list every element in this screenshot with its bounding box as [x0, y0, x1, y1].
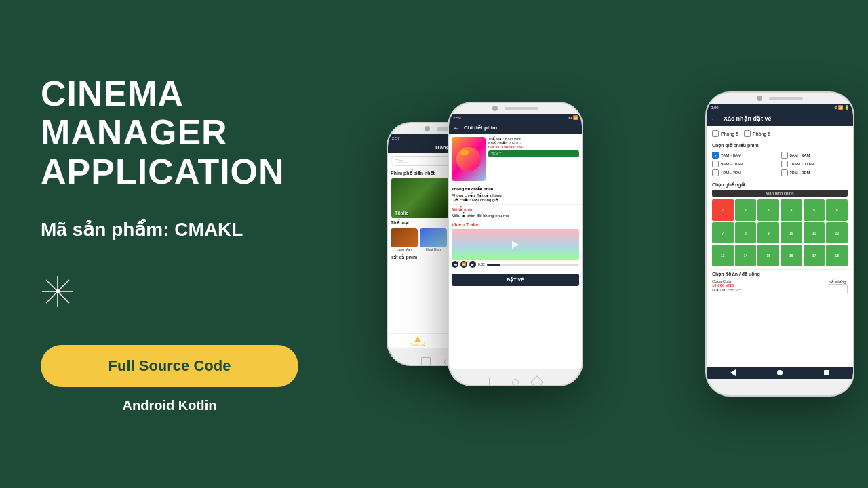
- seat-7[interactable]: 7: [712, 222, 734, 244]
- seat-6[interactable]: 6: [826, 199, 848, 221]
- room6-cb: [744, 130, 751, 137]
- left-panel: CINEMA MANAGER APPLICATION Mã sản phẩm: …: [0, 0, 393, 488]
- phone3-screen: 3:00 ⚙ 📶 🔋 ← Xác nhận đặt vé Phòng 5: [707, 104, 853, 379]
- seat-10[interactable]: 10: [781, 222, 802, 244]
- phone2-camera: [492, 106, 498, 111]
- time-10am-11am[interactable]: 10AM - 11AM: [781, 161, 848, 167]
- phone2-bottom: [449, 369, 582, 386]
- home-icon: [414, 336, 421, 342]
- seat-2[interactable]: 2: [735, 199, 757, 221]
- progress-bar: [487, 264, 579, 266]
- poster-art: [456, 147, 481, 171]
- room5-label: Phòng 5: [721, 131, 738, 136]
- nav-home[interactable]: Trang chủ: [388, 336, 448, 346]
- time-1pm-2pm[interactable]: 1PM - 2PM: [712, 169, 779, 176]
- time-9am-10am[interactable]: 9AM - 10AM: [712, 161, 779, 167]
- info-title: Thông tin chiếu phim: [452, 186, 579, 191]
- genre-item-1: Lang Man: [391, 228, 418, 251]
- svg-point-4: [56, 289, 60, 293]
- time-7am-8am[interactable]: ✓ 7AM - 8AM: [712, 152, 779, 159]
- seat-14[interactable]: 14: [735, 245, 757, 266]
- phone3-top-bar: [707, 93, 853, 104]
- book-ticket-button[interactable]: ĐẶT VÉ: [452, 274, 579, 286]
- desc-title: Mô tả phim: [452, 207, 579, 211]
- seat-11[interactable]: 11: [804, 222, 825, 244]
- detail-info: Thể loại: Hoat Hinh Khởi chiếu: 21-07-2.…: [488, 137, 579, 181]
- screening-info: Thông tin chiếu phim Phòng chiếu: Tất cả…: [449, 184, 582, 205]
- status-time-2: 2:59: [453, 116, 461, 120]
- seat-4[interactable]: 4: [781, 199, 802, 221]
- seat-5[interactable]: 5: [804, 199, 825, 221]
- rewind-btn[interactable]: ⏪: [460, 261, 467, 268]
- seat-1[interactable]: 1: [712, 199, 734, 221]
- nav-back-icon[interactable]: [730, 369, 736, 376]
- status-time-1: 2:57: [392, 136, 400, 140]
- time-grid: ✓ 7AM - 8AM 8AM - 9AM 9AM - 10AM 10AM - …: [707, 150, 853, 178]
- trailer-thumbnail: [452, 229, 579, 260]
- seat-8[interactable]: 8: [735, 222, 757, 244]
- seat-18[interactable]: 18: [826, 245, 848, 266]
- time-2pm-3pm[interactable]: 2PM - 3PM: [781, 169, 848, 176]
- food-info: Coca Cola 10 000 VND Hiện tại còn: 45: [712, 279, 741, 292]
- movie-desc-section: Mô tả phim Miêu tả phim đôi khong nhu mo: [449, 205, 582, 220]
- qty-input[interactable]: [829, 284, 848, 293]
- trailer-title: Video Trailer: [452, 222, 579, 227]
- food-stock: Hiện tại còn: 45: [712, 287, 741, 292]
- room6-checkbox[interactable]: Phòng 6: [744, 130, 770, 137]
- food-item-coca: Coca Cola 10 000 VND Hiện tại còn: 45 Số…: [712, 279, 848, 293]
- seat-9[interactable]: 9: [757, 222, 779, 244]
- seat-12[interactable]: 12: [826, 222, 848, 244]
- seat-16[interactable]: 16: [781, 245, 802, 266]
- nav-home-label: Trang chủ: [410, 342, 426, 346]
- mane-shape: [460, 150, 469, 155]
- time-cb-9am: [712, 161, 719, 167]
- nav-recent-btn-2[interactable]: [530, 375, 544, 386]
- booking-nav-bottom: [707, 367, 853, 379]
- seat-3[interactable]: 3: [757, 199, 779, 221]
- detail-back-arrow[interactable]: ←: [453, 124, 460, 131]
- phone3-camera: [757, 96, 762, 101]
- play-btn[interactable]: ▶: [469, 261, 476, 268]
- search-placeholder: Tên...: [395, 159, 408, 163]
- room5-checkbox[interactable]: Phòng 5: [712, 130, 738, 137]
- phone1-camera: [425, 126, 430, 131]
- nav-back-btn-1[interactable]: [421, 357, 431, 366]
- android-kotlin-label: Android Kotlin: [41, 398, 298, 413]
- phone-booking: 3:00 ⚙ 📶 🔋 ← Xác nhận đặt vé Phòng 5: [705, 92, 854, 396]
- nav-back-btn-2[interactable]: [489, 378, 498, 386]
- watch-button[interactable]: XEM T...: [488, 150, 579, 157]
- status-bar-2: 2:59 ⚙ 📶: [449, 114, 582, 121]
- product-code: Mã sản phẩm: CMAKL: [41, 218, 353, 241]
- time-label-6: 2PM - 3PM: [790, 171, 810, 175]
- detail-header-title: Chi tiết phim: [464, 125, 497, 131]
- time-label-2: 8AM - 9AM: [790, 153, 810, 157]
- status-icons-3: ⚙ 📶 🔋: [834, 105, 849, 110]
- ticket-price: Giá vé: 150 000 VND: [488, 145, 579, 149]
- trailer-section: Video Trailer ⏮ ⏪ ▶ 0:02: [449, 220, 582, 271]
- seat-13[interactable]: 13: [712, 245, 734, 266]
- time-label-1: 7AM - 8AM: [721, 153, 741, 157]
- time-cb-checked: ✓: [712, 152, 719, 159]
- nav-home-icon[interactable]: [777, 370, 783, 375]
- skip-back-btn[interactable]: ⏮: [452, 261, 458, 268]
- progress-fill: [487, 264, 500, 266]
- time-8am-9am[interactable]: 8AM - 9AM: [781, 152, 848, 159]
- full-source-code-button[interactable]: Full Source Code: [41, 345, 298, 387]
- nav-home-btn-2[interactable]: [512, 379, 519, 386]
- status-bar-3: 3:00 ⚙ 📶 🔋: [707, 104, 853, 111]
- seat-17[interactable]: 17: [804, 245, 825, 266]
- seat-15[interactable]: 15: [757, 245, 779, 266]
- app-title: CINEMA MANAGER APPLICATION: [41, 75, 353, 191]
- phone2-speaker: [505, 107, 538, 110]
- food-quantity: Số lượng: [829, 279, 848, 293]
- room-checkboxes: Phòng 5 Phòng 6: [707, 126, 853, 141]
- booking-back-arrow[interactable]: ←: [711, 115, 718, 123]
- genre-thumb-1: [391, 228, 418, 247]
- nav-recent-icon[interactable]: [824, 370, 829, 375]
- time-info: Giờ chiếu: Mọi khung giờ: [452, 197, 579, 202]
- time-cb-8am: [781, 152, 788, 159]
- booking-header: ← Xác nhận đặt vé: [707, 111, 853, 126]
- time-display: 0:02: [478, 262, 485, 266]
- genre-label-2: Hoat Hinh: [420, 247, 447, 251]
- phones-panel: 2:57 ⚙ 📶 Trang chủ Tên... Phim phổ biến …: [393, 0, 868, 488]
